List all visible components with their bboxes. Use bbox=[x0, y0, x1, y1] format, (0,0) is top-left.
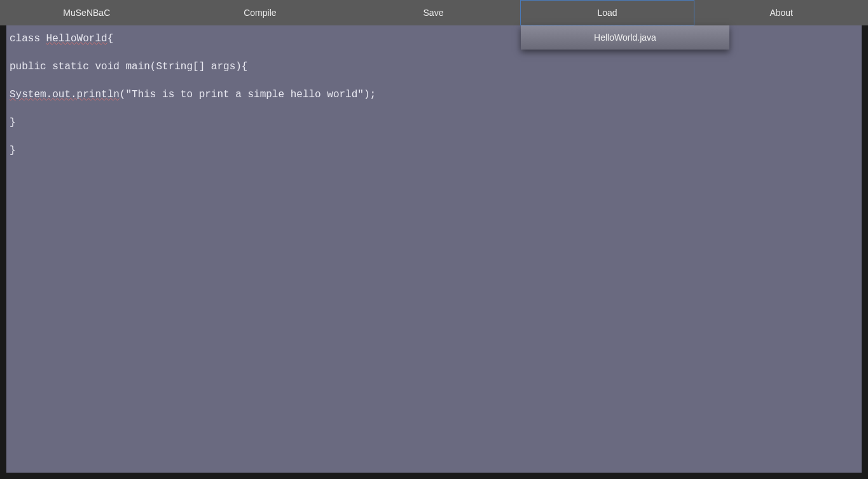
menu-item-musenbac[interactable]: MuSeNBaC bbox=[0, 0, 174, 25]
menu-item-compile[interactable]: Compile bbox=[174, 0, 347, 25]
menu-item-label: Save bbox=[424, 8, 444, 18]
load-dropdown: HelloWorld.java bbox=[521, 25, 729, 50]
menu-item-label: Load bbox=[598, 8, 617, 18]
menu-item-load[interactable]: Load bbox=[520, 0, 695, 25]
menu-item-about[interactable]: About bbox=[694, 0, 868, 25]
code-editor[interactable]: class HelloWorld{ public static void mai… bbox=[6, 25, 862, 473]
code-line: } bbox=[10, 116, 858, 130]
code-line: class HelloWorld{ bbox=[10, 32, 858, 46]
menu-item-label: MuSeNBaC bbox=[63, 8, 110, 18]
code-line: } bbox=[10, 144, 858, 158]
menu-item-label: About bbox=[769, 8, 793, 18]
code-line bbox=[10, 102, 858, 116]
menu-item-label: Compile bbox=[244, 8, 276, 18]
menu-item-save[interactable]: Save bbox=[347, 0, 520, 25]
code-line bbox=[10, 74, 858, 88]
dropdown-item-label: HelloWorld.java bbox=[594, 32, 656, 43]
code-line: public static void main(String[] args){ bbox=[10, 60, 858, 74]
menubar: MuSeNBaC Compile Save Load About bbox=[0, 0, 868, 25]
dropdown-item-file[interactable]: HelloWorld.java bbox=[521, 25, 729, 50]
code-line: System.out.println("This is to print a s… bbox=[10, 88, 858, 102]
code-line bbox=[10, 46, 858, 60]
code-line bbox=[10, 130, 858, 144]
